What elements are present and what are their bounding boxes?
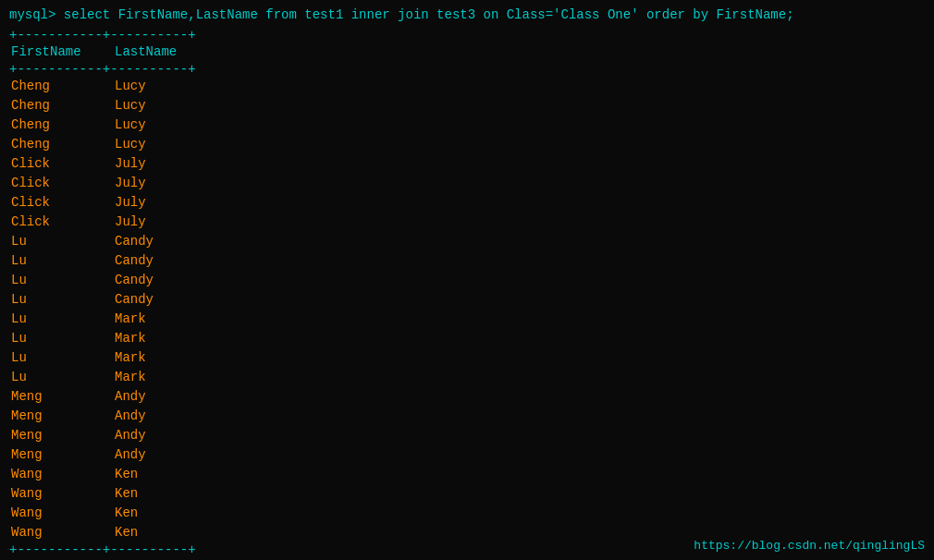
table-row: LuMark	[9, 348, 925, 368]
cell-lastname: Andy	[111, 445, 146, 465]
cell-firstname: Lu	[9, 271, 111, 290]
table-row: LuCandy	[9, 251, 925, 271]
cell-firstname: Lu	[9, 232, 111, 251]
cell-firstname: Cheng	[9, 96, 111, 116]
cell-firstname: Lu	[9, 290, 111, 310]
table-row: ChengLucy	[9, 116, 925, 135]
table-row: LuCandy	[9, 290, 925, 310]
cell-lastname: July	[111, 174, 146, 193]
prompt: mysql>	[9, 7, 55, 22]
cell-lastname: Andy	[111, 407, 146, 426]
table-row: ClickJuly	[9, 213, 925, 232]
table-row: MengAndy	[9, 426, 925, 445]
cell-firstname: Wang	[9, 465, 111, 484]
cell-lastname: Andy	[111, 426, 146, 445]
cell-lastname: July	[111, 193, 146, 213]
cell-lastname: July	[111, 154, 146, 174]
cell-lastname: Candy	[111, 232, 154, 251]
cell-lastname: Mark	[111, 348, 146, 368]
cell-firstname: Click	[9, 193, 111, 213]
cell-lastname: Ken	[111, 465, 138, 484]
table-row: ChengLucy	[9, 96, 925, 116]
table-row: WangKen	[9, 465, 925, 484]
table-row: ChengLucy	[9, 135, 925, 154]
border-header: +-----------+----------+	[9, 62, 925, 77]
cell-firstname: Wang	[9, 523, 111, 542]
cell-firstname: Cheng	[9, 77, 111, 96]
table-row: LuMark	[9, 310, 925, 329]
table-row: ClickJuly	[9, 154, 925, 174]
cell-firstname: Lu	[9, 348, 111, 368]
cell-firstname: Meng	[9, 407, 111, 426]
cell-firstname: Click	[9, 174, 111, 193]
cell-firstname: Meng	[9, 445, 111, 465]
cell-firstname: Lu	[9, 251, 111, 271]
table-row: WangKen	[9, 504, 925, 523]
cell-firstname: Wang	[9, 504, 111, 523]
table-row: LuMark	[9, 368, 925, 387]
command-line: mysql> select FirstName,LastName from te…	[9, 7, 925, 22]
cell-firstname: Meng	[9, 387, 111, 407]
cell-firstname: Click	[9, 154, 111, 174]
col-firstname-header: FirstName	[9, 43, 111, 62]
table-body: ChengLucyChengLucyChengLucyChengLucyClic…	[9, 77, 925, 542]
table-row: LuCandy	[9, 271, 925, 290]
table-row: ChengLucy	[9, 77, 925, 96]
cell-lastname: Ken	[111, 504, 138, 523]
border-top: +-----------+----------+	[9, 28, 925, 43]
cell-lastname: Candy	[111, 271, 154, 290]
cell-lastname: Lucy	[111, 135, 146, 154]
cell-firstname: Click	[9, 213, 111, 232]
cell-lastname: Candy	[111, 251, 154, 271]
cell-lastname: Mark	[111, 310, 146, 329]
table-row: LuCandy	[9, 232, 925, 251]
footer-url: https://blog.csdn.net/qinglingLS	[694, 539, 925, 553]
cell-lastname: Ken	[111, 484, 138, 504]
table-row: MengAndy	[9, 445, 925, 465]
cell-firstname: Lu	[9, 329, 111, 348]
cell-lastname: Andy	[111, 387, 146, 407]
terminal-window: mysql> select FirstName,LastName from te…	[0, 0, 934, 560]
table-row: ClickJuly	[9, 193, 925, 213]
cell-firstname: Wang	[9, 484, 111, 504]
table-row: WangKen	[9, 484, 925, 504]
table-row: ClickJuly	[9, 174, 925, 193]
col-lastname-header: LastName	[111, 43, 213, 62]
cell-firstname: Cheng	[9, 116, 111, 135]
cell-lastname: Mark	[111, 329, 146, 348]
table-row: MengAndy	[9, 387, 925, 407]
cell-lastname: Lucy	[111, 96, 146, 116]
cell-firstname: Lu	[9, 368, 111, 387]
table-row: MengAndy	[9, 407, 925, 426]
cell-firstname: Meng	[9, 426, 111, 445]
command-text: select FirstName,LastName from test1 inn…	[64, 7, 794, 22]
cell-lastname: Lucy	[111, 116, 146, 135]
table-row: LuMark	[9, 329, 925, 348]
cell-firstname: Lu	[9, 310, 111, 329]
cell-lastname: Mark	[111, 368, 146, 387]
results-table: +-----------+----------+ FirstName LastN…	[9, 28, 925, 557]
cell-lastname: Ken	[111, 523, 138, 542]
cell-lastname: Candy	[111, 290, 154, 310]
table-header: FirstName LastName	[9, 43, 925, 62]
cell-lastname: July	[111, 213, 146, 232]
cell-firstname: Cheng	[9, 135, 111, 154]
cell-lastname: Lucy	[111, 77, 146, 96]
